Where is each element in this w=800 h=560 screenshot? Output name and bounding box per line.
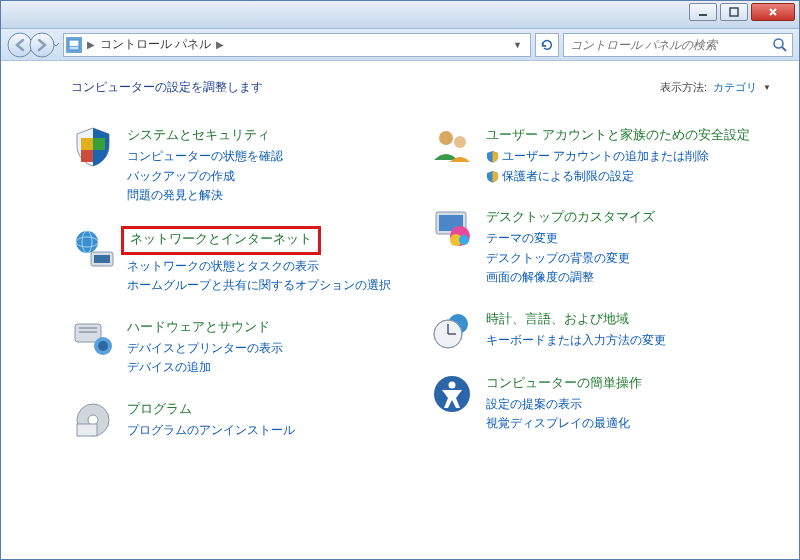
search-icon bbox=[772, 37, 788, 53]
sub-link[interactable]: 保護者による制限の設定 bbox=[486, 167, 771, 187]
svg-rect-0 bbox=[699, 14, 707, 16]
svg-point-25 bbox=[454, 136, 466, 148]
cat-title[interactable]: システムとセキュリティ bbox=[127, 126, 270, 144]
svg-point-7 bbox=[774, 39, 783, 48]
svg-rect-10 bbox=[93, 138, 105, 150]
cat-hardware-sound: ハードウェアとサウンド デバイスとプリンターの表示 デバイスの追加 bbox=[71, 316, 412, 378]
chevron-right-icon: ▶ bbox=[213, 39, 227, 50]
cat-title[interactable]: ハードウェアとサウンド bbox=[127, 318, 270, 336]
search-box[interactable] bbox=[563, 33, 793, 57]
network-icon bbox=[71, 226, 115, 270]
svg-point-12 bbox=[76, 231, 98, 253]
cat-title[interactable]: デスクトップのカスタマイズ bbox=[486, 208, 655, 226]
control-panel-icon bbox=[66, 37, 82, 53]
nav-back-forward[interactable] bbox=[7, 32, 59, 58]
ease-access-icon bbox=[430, 372, 474, 416]
cat-appearance: デスクトップのカスタマイズ テーマの変更 デスクトップの背景の変更 画面の解像度… bbox=[430, 206, 771, 288]
sub-link[interactable]: 問題の発見と解決 bbox=[127, 186, 412, 206]
sub-link[interactable]: ユーザー アカウントの追加または削除 bbox=[486, 147, 771, 167]
svg-point-2 bbox=[8, 33, 32, 57]
svg-point-37 bbox=[449, 381, 456, 388]
nav-arrows-icon bbox=[7, 32, 59, 58]
refresh-button[interactable] bbox=[535, 33, 559, 57]
svg-point-19 bbox=[98, 341, 108, 351]
sub-link[interactable]: キーボードまたは入力方法の変更 bbox=[486, 331, 771, 351]
right-column: ユーザー アカウントと家族のための安全設定 ユーザー アカウントの追加または削除… bbox=[430, 124, 771, 442]
cat-title[interactable]: プログラム bbox=[127, 400, 192, 418]
svg-rect-1 bbox=[730, 8, 738, 16]
search-input[interactable] bbox=[568, 37, 772, 53]
cat-network-internet: ネットワークとインターネット ネットワークの状態とタスクの表示 ホームグループと… bbox=[71, 226, 412, 296]
clock-icon bbox=[430, 308, 474, 352]
cat-user-accounts: ユーザー アカウントと家族のための安全設定 ユーザー アカウントの追加または削除… bbox=[430, 124, 771, 186]
viewby-label: 表示方法: bbox=[660, 80, 707, 95]
cat-ease-of-access: コンピューターの簡単操作 設定の提案の表示 視覚ディスプレイの最適化 bbox=[430, 372, 771, 434]
close-icon bbox=[768, 7, 778, 17]
sub-link[interactable]: プログラムのアンインストール bbox=[127, 421, 412, 441]
sub-link[interactable]: 視覚ディスプレイの最適化 bbox=[486, 414, 771, 434]
cat-title[interactable]: コンピューターの簡単操作 bbox=[486, 374, 642, 392]
close-button[interactable] bbox=[751, 3, 795, 21]
shield-icon bbox=[486, 150, 499, 163]
sub-link[interactable]: 画面の解像度の調整 bbox=[486, 268, 771, 288]
system-security-icon bbox=[71, 124, 115, 168]
svg-point-3 bbox=[30, 33, 54, 57]
highlight-box: ネットワークとインターネット bbox=[121, 226, 321, 255]
category-columns: システムとセキュリティ コンピューターの状態を確認 バックアップの作成 問題の発… bbox=[71, 124, 771, 442]
refresh-icon bbox=[540, 38, 554, 52]
sub-link[interactable]: デバイスとプリンターの表示 bbox=[127, 339, 412, 359]
user-accounts-icon bbox=[430, 124, 474, 168]
sub-link[interactable]: バックアップの作成 bbox=[127, 167, 412, 187]
left-column: システムとセキュリティ コンピューターの状態を確認 バックアップの作成 問題の発… bbox=[71, 124, 412, 442]
breadcrumb-label: コントロール パネル bbox=[100, 36, 211, 53]
cat-title[interactable]: ネットワークとインターネット bbox=[130, 230, 312, 248]
window-buttons bbox=[689, 3, 795, 21]
sub-link[interactable]: ホームグループと共有に関するオプションの選択 bbox=[127, 276, 412, 296]
cat-system-security: システムとセキュリティ コンピューターの状態を確認 バックアップの作成 問題の発… bbox=[71, 124, 412, 206]
address-bar: ▶ コントロール パネル ▶ ▼ bbox=[1, 29, 799, 61]
cat-clock-language: 時計、言語、および地域 キーボードまたは入力方法の変更 bbox=[430, 308, 771, 352]
minimize-button[interactable] bbox=[689, 3, 717, 21]
svg-rect-23 bbox=[77, 424, 97, 436]
svg-rect-5 bbox=[70, 40, 79, 45]
sub-link[interactable]: デバイスの追加 bbox=[127, 358, 412, 378]
breadcrumb[interactable]: ▶ コントロール パネル ▶ ▼ bbox=[63, 33, 531, 57]
appearance-icon bbox=[430, 206, 474, 250]
sub-link[interactable]: コンピューターの状態を確認 bbox=[127, 147, 412, 167]
cat-programs: プログラム プログラムのアンインストール bbox=[71, 398, 412, 442]
sub-link[interactable]: 設定の提案の表示 bbox=[486, 395, 771, 415]
breadcrumb-dropdown-icon[interactable]: ▼ bbox=[507, 40, 528, 50]
sub-link[interactable]: デスクトップの背景の変更 bbox=[486, 249, 771, 269]
maximize-button[interactable] bbox=[720, 3, 748, 21]
programs-icon bbox=[71, 398, 115, 442]
chevron-right-icon: ▶ bbox=[84, 39, 98, 50]
viewby-control[interactable]: 表示方法: カテゴリ ▼ bbox=[660, 80, 771, 95]
minimize-icon bbox=[698, 7, 708, 17]
cat-title[interactable]: ユーザー アカウントと家族のための安全設定 bbox=[486, 126, 750, 144]
sub-link[interactable]: ネットワークの状態とタスクの表示 bbox=[127, 257, 412, 277]
page-title: コンピューターの設定を調整します bbox=[71, 79, 263, 96]
content-area: コンピューターの設定を調整します 表示方法: カテゴリ ▼ システムとセキュリテ… bbox=[1, 61, 799, 452]
chevron-down-icon: ▼ bbox=[763, 83, 771, 92]
viewby-value: カテゴリ bbox=[713, 80, 757, 95]
svg-rect-16 bbox=[94, 255, 110, 263]
svg-line-8 bbox=[782, 47, 786, 51]
content-header: コンピューターの設定を調整します 表示方法: カテゴリ ▼ bbox=[71, 79, 771, 96]
svg-point-24 bbox=[439, 131, 453, 145]
svg-rect-11 bbox=[81, 150, 93, 162]
svg-point-30 bbox=[459, 235, 469, 245]
svg-rect-6 bbox=[70, 46, 79, 49]
hardware-icon bbox=[71, 316, 115, 360]
sub-link[interactable]: テーマの変更 bbox=[486, 229, 771, 249]
svg-rect-9 bbox=[81, 138, 93, 150]
cat-title[interactable]: 時計、言語、および地域 bbox=[486, 310, 629, 328]
shield-icon bbox=[486, 170, 499, 183]
titlebar bbox=[1, 1, 799, 29]
maximize-icon bbox=[729, 7, 739, 17]
